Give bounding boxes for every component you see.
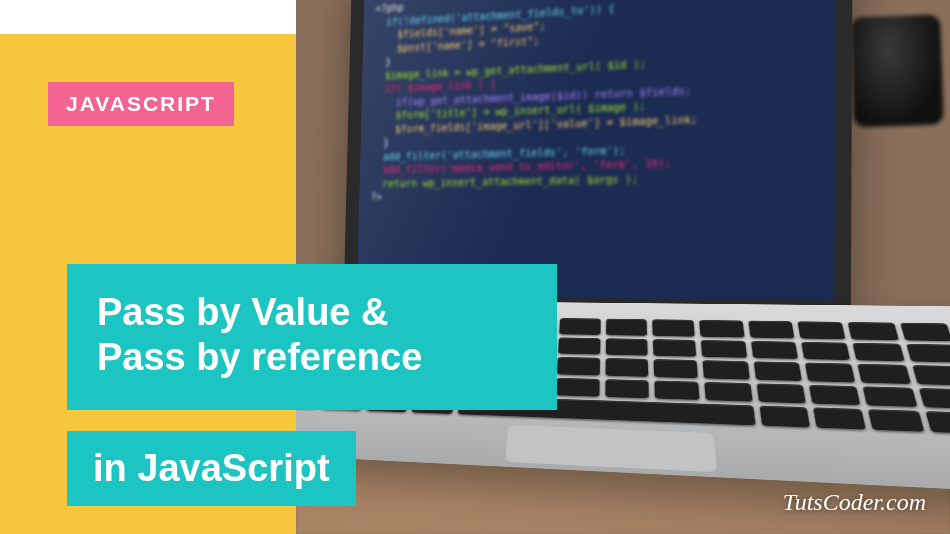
title-line-2: Pass by reference: [97, 335, 527, 380]
watermark: TutsCoder.com: [783, 489, 926, 516]
subtitle-box: in JavaScript: [67, 431, 356, 506]
title-box: Pass by Value & Pass by reference: [67, 264, 557, 410]
banner-stage: <?php if(!defined('attachment_fields_to'…: [0, 0, 950, 534]
code-editor-blur: <?php if(!defined('attachment_fields_to'…: [368, 0, 822, 291]
subtitle-text: in JavaScript: [93, 447, 330, 489]
trackpad: [505, 425, 717, 472]
category-badge: JAVASCRIPT: [48, 82, 234, 126]
watermark-text: TutsCoder.com: [783, 489, 926, 515]
category-badge-text: JAVASCRIPT: [66, 92, 216, 115]
title-line-1: Pass by Value &: [97, 290, 527, 335]
